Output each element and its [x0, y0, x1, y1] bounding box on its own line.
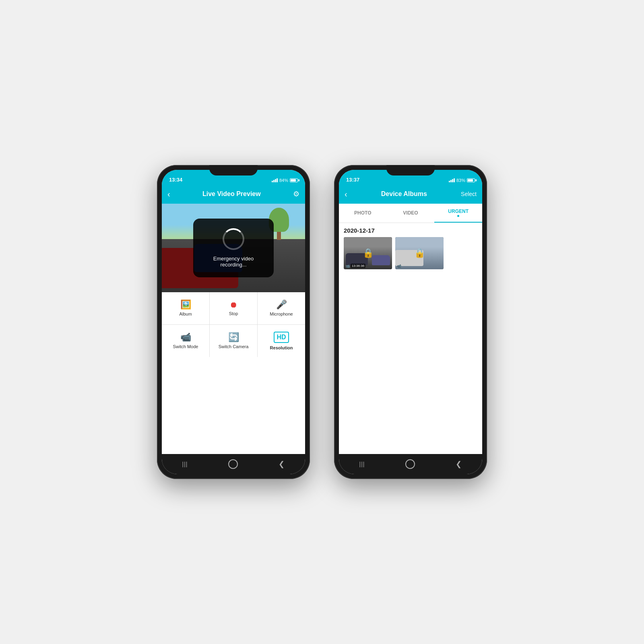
video-indicator-2: 📹 — [397, 264, 401, 268]
main-scene: 13:34 84% ‹ Live Video Pr — [157, 165, 487, 479]
phone-1: 13:34 84% ‹ Live Video Pr — [157, 165, 310, 479]
stop-icon: ⏺ — [229, 301, 237, 309]
stop-label: Stop — [229, 311, 238, 316]
nav-home-1[interactable] — [228, 459, 238, 469]
nav-home-2[interactable] — [405, 459, 415, 469]
album-button[interactable]: 🖼️ Album — [162, 292, 209, 324]
status-time-1: 13:34 — [169, 177, 182, 183]
notch-2 — [386, 165, 435, 175]
switch-mode-icon: 📹 — [180, 333, 191, 342]
switch-camera-label: Switch Camera — [219, 344, 249, 349]
stop-button[interactable]: ⏺ Stop — [210, 292, 257, 324]
status-icons-1: 84% — [272, 178, 298, 183]
thumbnail-2[interactable]: 🔒 📹 — [395, 237, 444, 269]
switch-mode-button[interactable]: 📹 Switch Mode — [162, 325, 209, 357]
switch-camera-icon: 🔄 — [228, 333, 239, 342]
date-section: 2020-12-17 — [344, 227, 477, 234]
phone-2-screen: 13:37 83% ‹ Device Albums — [339, 170, 482, 474]
notch-1 — [209, 165, 258, 175]
signal-icon-2 — [449, 178, 455, 182]
resolution-label: Resolution — [270, 345, 293, 350]
microphone-label: Microphone — [270, 312, 293, 316]
thumbnail-1[interactable]: 🔒 📹 13:36:36 — [344, 237, 392, 269]
resolution-button[interactable]: HD Resolution — [258, 325, 305, 357]
nav-menu-2[interactable]: ||| — [359, 461, 365, 467]
switch-camera-button[interactable]: 🔄 Switch Camera — [210, 325, 257, 357]
lock-icon-1: 🔒 — [363, 248, 374, 258]
tab-video[interactable]: VIDEO — [387, 205, 435, 221]
emergency-text: Emergency video recording... — [206, 256, 261, 268]
phone-2: 13:37 83% ‹ Device Albums — [334, 165, 487, 479]
album-label: Album — [179, 312, 192, 316]
status-icons-2: 83% — [449, 178, 475, 183]
nav-menu-1[interactable]: ||| — [182, 461, 188, 467]
thumb-time-1: 13:36:36 — [351, 264, 365, 268]
thumb-car-2 — [372, 255, 390, 265]
page-title-1: Live Video Preview — [202, 190, 261, 198]
back-button-2[interactable]: ‹ — [345, 190, 347, 199]
lock-icon-2: 🔒 — [414, 248, 425, 258]
video-preview: Emergency video recording... — [162, 204, 305, 292]
photo-grid: 🔒 📹 13:36:36 🔒 📹 — [344, 237, 477, 269]
microphone-icon: 🎤 — [276, 300, 287, 309]
select-button[interactable]: Select — [461, 191, 477, 197]
page-title-2: Device Albums — [381, 190, 427, 198]
battery-text-1: 84% — [279, 178, 288, 183]
microphone-button[interactable]: 🎤 Microphone — [258, 292, 305, 324]
phone-1-screen: 13:34 84% ‹ Live Video Pr — [162, 170, 305, 474]
app-header-2: ‹ Device Albums Select — [339, 184, 482, 204]
tab-urgent[interactable]: URGENT — [434, 204, 482, 223]
nav-back-2[interactable]: ❮ — [456, 460, 462, 469]
signal-icon-1 — [272, 178, 278, 182]
bottom-nav-1: ||| ❮ — [162, 454, 305, 474]
battery-icon-1 — [290, 178, 298, 182]
video-indicator-1: 📹 — [345, 264, 350, 268]
nav-back-1[interactable]: ❮ — [279, 460, 285, 469]
app-header-1: ‹ Live Video Preview ⚙ — [162, 184, 305, 204]
emergency-spinner — [223, 228, 244, 250]
switch-mode-label: Switch Mode — [173, 344, 198, 349]
emergency-overlay: Emergency video recording... — [193, 219, 274, 277]
tab-photo[interactable]: PHOTO — [339, 205, 387, 221]
tab-dot-urgent — [457, 215, 459, 217]
resolution-icon: HD — [274, 332, 289, 343]
battery-icon-2 — [467, 178, 475, 182]
status-time-2: 13:37 — [346, 177, 359, 183]
tabs-row: PHOTO VIDEO URGENT — [339, 204, 482, 223]
album-icon: 🖼️ — [180, 300, 191, 309]
controls-grid: 🖼️ Album ⏺ Stop 🎤 Microphone 📹 Switch Mo… — [162, 292, 305, 357]
battery-text-2: 83% — [456, 178, 465, 183]
back-button-1[interactable]: ‹ — [167, 190, 170, 199]
settings-icon-1[interactable]: ⚙ — [293, 190, 299, 198]
bottom-nav-2: ||| ❮ — [339, 454, 482, 474]
albums-content: 2020-12-17 🔒 📹 13:36:36 — [339, 223, 482, 454]
